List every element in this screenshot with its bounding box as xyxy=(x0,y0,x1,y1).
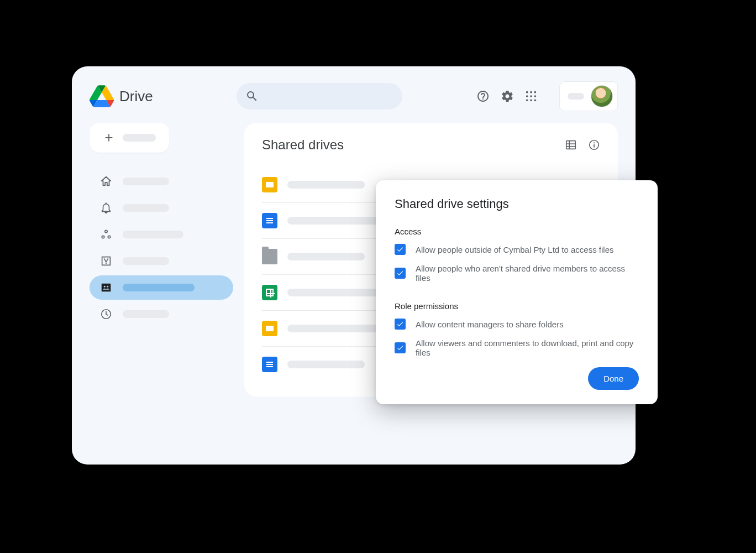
account-label-placeholder xyxy=(568,93,584,100)
new-button-label-placeholder xyxy=(123,134,156,142)
section-label-access: Access xyxy=(395,227,639,236)
option-label: Allow people who aren't shared drive mem… xyxy=(416,264,639,283)
sidebar-item-workspaces[interactable] xyxy=(90,222,233,247)
sidebar-label-placeholder xyxy=(123,284,195,291)
option-managers-share[interactable]: Allow content managers to share folders xyxy=(395,319,639,330)
apps-grid-icon[interactable] xyxy=(525,90,537,102)
option-viewers-download[interactable]: Allow viewers and commenters to download… xyxy=(395,338,639,357)
dialog-title: Shared drive settings xyxy=(395,197,639,211)
plus-icon xyxy=(103,132,115,144)
svg-point-10 xyxy=(102,236,104,238)
info-icon[interactable] xyxy=(588,139,600,151)
avatar[interactable] xyxy=(591,85,613,107)
checkbox-icon[interactable] xyxy=(395,319,406,330)
sidebar-item-activity[interactable] xyxy=(90,196,233,220)
sidebar-item-recent[interactable] xyxy=(90,302,233,326)
workspaces-icon xyxy=(99,228,113,241)
svg-rect-13 xyxy=(102,284,111,292)
svg-point-5 xyxy=(534,95,537,97)
file-name-placeholder xyxy=(287,361,365,368)
search-input[interactable] xyxy=(237,83,402,109)
recent-icon xyxy=(99,307,113,321)
shared-drive-settings-dialog: Shared drive settings Access Allow peopl… xyxy=(376,180,658,404)
file-name-placeholder xyxy=(287,253,365,260)
sidebar-label-placeholder xyxy=(123,204,169,212)
sidebar-label-placeholder xyxy=(123,257,169,265)
checkbox-icon[interactable] xyxy=(395,268,406,279)
bell-icon xyxy=(99,201,113,215)
header-bar: Drive xyxy=(90,80,618,113)
sidebar-label-placeholder xyxy=(123,178,169,185)
option-label: Allow content managers to share folders xyxy=(416,320,564,329)
option-label: Allow people outside of Cymbal Pty Ltd t… xyxy=(416,245,614,254)
svg-point-2 xyxy=(534,91,537,93)
svg-point-11 xyxy=(108,236,110,238)
my-drive-icon xyxy=(99,254,113,268)
slides-icon xyxy=(262,177,277,192)
sidebar xyxy=(90,123,233,397)
sidebar-label-placeholder xyxy=(123,231,183,238)
svg-point-9 xyxy=(105,230,107,232)
search-icon xyxy=(245,90,259,103)
home-icon xyxy=(99,175,113,188)
svg-point-6 xyxy=(526,100,528,102)
option-external-access[interactable]: Allow people outside of Cymbal Pty Ltd t… xyxy=(395,244,639,255)
sidebar-item-shared-drives[interactable] xyxy=(90,275,233,300)
sidebar-item-home[interactable] xyxy=(90,169,233,194)
list-view-icon[interactable] xyxy=(565,139,577,151)
svg-point-4 xyxy=(530,95,532,97)
svg-point-1 xyxy=(530,91,532,93)
help-icon[interactable] xyxy=(476,90,490,103)
docs-icon xyxy=(262,213,277,228)
account-switcher[interactable] xyxy=(559,81,618,111)
app-name: Drive xyxy=(119,88,153,105)
folder-icon xyxy=(262,249,277,264)
svg-rect-17 xyxy=(566,141,576,149)
svg-point-12 xyxy=(106,263,107,264)
shared-drives-icon xyxy=(99,281,113,294)
svg-point-3 xyxy=(526,95,528,97)
file-name-placeholder xyxy=(287,181,365,189)
sidebar-label-placeholder xyxy=(123,310,169,318)
svg-point-7 xyxy=(530,100,532,102)
logo-group[interactable]: Drive xyxy=(90,85,228,107)
gear-icon[interactable] xyxy=(501,90,514,103)
header-icons xyxy=(476,81,618,111)
svg-point-0 xyxy=(526,91,528,93)
svg-point-14 xyxy=(104,286,106,288)
sheets-icon xyxy=(262,285,277,300)
new-button[interactable] xyxy=(90,123,169,153)
page-title: Shared drives xyxy=(262,137,344,153)
sidebar-item-my-drive[interactable] xyxy=(90,249,233,273)
checkbox-icon[interactable] xyxy=(395,342,406,353)
done-button[interactable]: Done xyxy=(588,367,639,390)
svg-point-22 xyxy=(594,142,595,143)
drive-logo-icon xyxy=(90,85,114,107)
svg-rect-23 xyxy=(594,144,595,148)
checkbox-icon[interactable] xyxy=(395,244,406,255)
option-label: Allow viewers and commenters to download… xyxy=(416,338,639,357)
slides-icon xyxy=(262,321,277,336)
svg-point-8 xyxy=(534,100,537,102)
section-label-role: Role permissions xyxy=(395,301,639,311)
option-nonmember-access[interactable]: Allow people who aren't shared drive mem… xyxy=(395,264,639,283)
svg-point-15 xyxy=(107,286,108,288)
docs-icon xyxy=(262,357,277,372)
